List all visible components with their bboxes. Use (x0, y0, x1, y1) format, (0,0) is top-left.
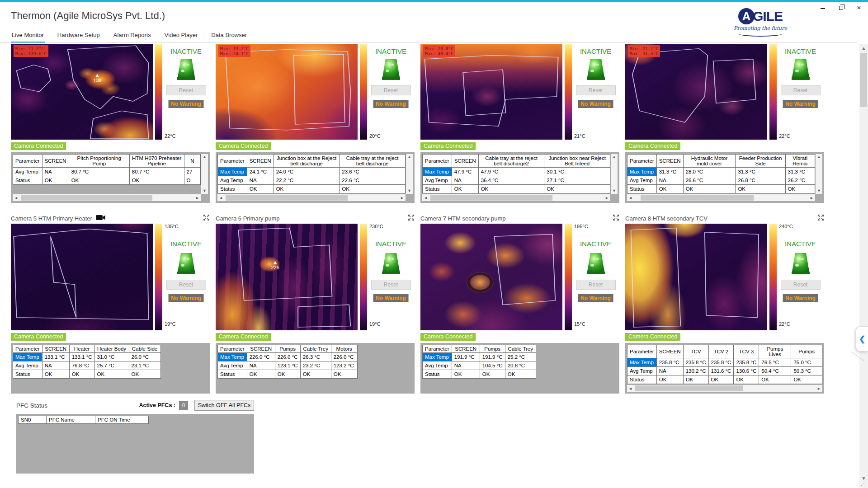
tab-video-player[interactable]: Video Player (164, 30, 198, 43)
camera-3-col-header: SCREEN (452, 155, 478, 168)
camera-2-min-label: Min: 19.2°C (220, 46, 249, 51)
scroll-left-icon[interactable]: ◄ (14, 196, 18, 200)
camera-6-reset-button[interactable]: Reset (371, 280, 411, 290)
scroll-left-icon[interactable]: ◄ (628, 196, 632, 200)
camera-3-reset-button[interactable]: Reset (576, 85, 616, 95)
camera-8-cell: 131.6 °C (708, 367, 734, 375)
camera-3-table-vscrollbar[interactable]: ▲▼ (611, 154, 618, 194)
scroll-up-icon[interactable]: ▲ (859, 46, 868, 51)
scroll-right-icon[interactable]: ► (817, 386, 821, 391)
camera-1-table-row[interactable]: StatusOKOKOKO (13, 176, 201, 185)
camera-4-table-hscrollbar[interactable]: ◄► (627, 194, 815, 201)
camera-7-table-row[interactable]: Avg TempNA104.5 °C20.8 °C (423, 361, 536, 370)
camera-8-table-row[interactable]: Avg TempNA130.2 °C131.6 °C130.6 °C50.4 °… (627, 367, 822, 375)
camera-6-table-row[interactable]: StatusOKOKOKOK (218, 370, 358, 379)
camera-5-reset-button[interactable]: Reset (166, 280, 206, 290)
camera-4-table-row[interactable]: StatusOKOKOKOK (627, 185, 815, 193)
camera-2-table-row[interactable]: StatusOKOKOK (218, 185, 406, 193)
camera-8-reset-button[interactable]: Reset (781, 280, 821, 290)
scroll-left-icon[interactable]: ◄ (628, 386, 632, 391)
camera-8-cell: 235.8 °C (656, 358, 683, 367)
tab-data-browser[interactable]: Data Browser (210, 30, 248, 43)
camera-1-reset-button[interactable]: Reset (166, 85, 206, 95)
scrollbar-thumb[interactable] (860, 53, 867, 107)
chevron-left-icon: ❮ (859, 334, 865, 344)
camera-6-table-row[interactable]: Avg TempNA123.1 °C23.2 °C123.2 °C (218, 361, 358, 370)
camera-2-table-hscrollbar[interactable]: ◄► (217, 194, 406, 201)
camera-5-table-row[interactable]: Max Temp133.1 °C133.1 °C31.0 °C26.0 °C (13, 353, 161, 361)
expand-icon[interactable] (613, 214, 619, 222)
camera-8-table-row[interactable]: Max Temp235.8 °C235.8 °C235.8 °C235.8 °C… (627, 358, 822, 367)
camera-3-table-row[interactable]: Max Temp47.9 °C47.9 °C30.1 °C (423, 168, 610, 176)
camera-4-table-row[interactable]: Max Temp31.3 °C28.0 °C31.3 °C31.3 °C (627, 168, 815, 176)
camera-2-hscroll-thumb[interactable] (226, 195, 348, 201)
camera-1-hotspot-marker: ▲138 (93, 73, 101, 83)
camera-4-reset-button[interactable]: Reset (781, 85, 821, 95)
camera-2-table-row[interactable]: Avg TempNA22.2 °C22.6 °C (218, 176, 406, 185)
scroll-down-icon[interactable]: ▼ (407, 189, 411, 193)
tab-live-monitor[interactable]: Live Monitor (11, 30, 45, 43)
scroll-up-icon[interactable]: ▲ (817, 155, 821, 159)
camera-4-table-row[interactable]: Avg TempNA26.6 °C26.8 °C26.2 °C (627, 176, 815, 185)
restore-button[interactable] (837, 4, 844, 10)
camera-5-table-row[interactable]: Avg TempNA76.8 °C25.7 °C23.1 °C (13, 361, 161, 370)
beacon-light-icon (585, 252, 606, 277)
scroll-right-icon[interactable]: ► (195, 196, 199, 200)
scroll-left-icon[interactable]: ◄ (424, 196, 428, 200)
camera-4-minmax-overlay: Min: 21.1°CMax: 31.3°C (628, 45, 660, 57)
camera-4-table-vscrollbar[interactable]: ▲▼ (816, 154, 822, 194)
scroll-down-icon[interactable]: ▼ (859, 476, 868, 481)
close-button[interactable]: × (855, 4, 863, 10)
scroll-down-icon[interactable]: ▼ (612, 189, 616, 193)
camera-7-table-row[interactable]: Max Temp191.9 °C191.9 °C25.2 °C (423, 353, 536, 361)
camera-3-table-row[interactable]: Avg TempNA36.4 °C27.1 °C (423, 176, 610, 185)
switch-off-all-pfcs-button[interactable]: Switch OFF All PFCs (194, 400, 254, 411)
scroll-right-icon[interactable]: ► (605, 196, 609, 200)
scroll-right-icon[interactable]: ► (400, 196, 404, 200)
expand-icon[interactable] (817, 214, 824, 222)
camera-7-reset-button[interactable]: Reset (576, 280, 616, 290)
camera-6-col-header: SCREEN (247, 345, 275, 353)
camera-8-col-header: Parameter (627, 345, 657, 358)
camera-2-data-table: ParameterSCREENJunction box at the Rejec… (217, 154, 406, 193)
camera-3-hscroll-thumb[interactable] (430, 195, 552, 201)
camera-5-title-row: Camera 5 HTM Primary Heater (11, 213, 210, 224)
scroll-left-icon[interactable]: ◄ (219, 196, 223, 200)
scroll-up-icon[interactable]: ▲ (203, 155, 207, 159)
camera-1-table-vscrollbar[interactable]: ▲▼ (201, 154, 208, 194)
resize-grip-icon[interactable]: ⋰ (861, 481, 866, 487)
tab-hardware-setup[interactable]: Hardware Setup (57, 30, 101, 43)
camera-1-hscroll-thumb[interactable] (21, 195, 152, 201)
camera-2-table-row[interactable]: Max Temp24.1 °C24.0 °C23.6 °C (218, 168, 406, 176)
camera-6-panel: Camera 6 Primary pump▲226230°CINACTIVERe… (216, 213, 415, 394)
camera-4-hscroll-thumb[interactable] (641, 195, 754, 201)
camera-8-hscroll-thumb[interactable] (635, 385, 743, 391)
camera-8-table-hscrollbar[interactable]: ◄► (627, 385, 822, 392)
camera-1-table-row[interactable]: Avg TempNA80.7 °C80.7 °C27 (13, 168, 201, 176)
camera-2-reset-button[interactable]: Reset (371, 85, 411, 95)
tab-alarm-reports[interactable]: Alarm Reports (113, 30, 152, 43)
scroll-down-icon[interactable]: ▼ (203, 189, 207, 193)
camera-3-table-hscrollbar[interactable]: ◄► (422, 194, 610, 201)
camera-8-col-header: TCV 3 (734, 345, 759, 358)
camera-7-table-row[interactable]: StatusOKOKOK (423, 370, 536, 379)
camera-6-table-row[interactable]: Max Temp226.0 °C226.0 °C26.3 °C226.0 °C (218, 353, 358, 361)
camera-1-min-label: Min: 21.3°C (15, 46, 47, 51)
camera-8-table-row[interactable]: StatusOKOKOKOKOKOK (627, 375, 822, 384)
page-vertical-scrollbar[interactable]: ▲ ▼ (859, 44, 868, 488)
scroll-up-icon[interactable]: ▲ (407, 155, 411, 159)
camera-2-table-vscrollbar[interactable]: ▲▼ (406, 154, 413, 194)
camera-5-temperature-scale (155, 224, 162, 330)
expand-icon[interactable] (203, 214, 210, 222)
camera-7-thermal-image (420, 224, 562, 330)
expand-icon[interactable] (408, 214, 415, 222)
scroll-up-icon[interactable]: ▲ (612, 155, 616, 159)
scroll-right-icon[interactable]: ► (810, 196, 814, 200)
camera-3-table-row[interactable]: StatusOKOKOK (423, 185, 610, 193)
camera-1-table-hscrollbar[interactable]: ◄► (13, 194, 201, 201)
minimize-button[interactable] (819, 4, 826, 10)
camera-5-panel: Camera 5 HTM Primary Heater135°CINACTIVE… (11, 213, 210, 394)
camera-5-table-row[interactable]: StatusOKOKOKOK (13, 370, 161, 379)
scroll-down-icon[interactable]: ▼ (817, 189, 821, 193)
side-panel-flyout-handle[interactable]: ❮ (856, 326, 868, 352)
